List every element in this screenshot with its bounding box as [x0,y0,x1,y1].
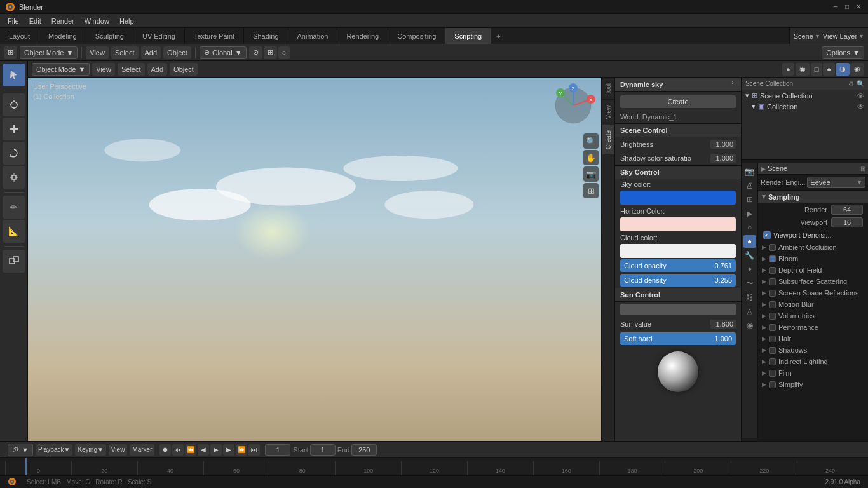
menu-edit[interactable]: Edit [24,16,46,26]
jump-start-btn[interactable]: ⏮ [172,444,184,456]
side-tab-tool[interactable]: Tool [602,78,614,100]
sun-color-swatch[interactable] [620,304,736,315]
cloud-opacity-slider[interactable]: Cloud opacity 0.761 [620,259,736,272]
snap-btn[interactable]: ⊞ [264,46,277,59]
keying-btn[interactable]: Keying ▼ [75,444,105,456]
vol-checkbox[interactable] [769,313,776,320]
annotate-btn[interactable]: ✏ [3,196,25,219]
timeline-type[interactable]: ⏱ ▼ [8,444,33,456]
workspace-add-button[interactable]: + [491,28,505,44]
record-btn[interactable]: ⏺ [159,444,171,456]
outliner-scene-collection[interactable]: ▾ ⊞ Scene Collection 👁 [742,90,868,101]
outliner-collection[interactable]: ▾ ▣ Collection 👁 [742,101,868,112]
properties-content[interactable]: ▶ Scene ⊞ Render Engi... Eevee ▼ [758,163,868,438]
object-menu-btn[interactable]: Object [163,46,191,59]
create-btn[interactable]: Create [620,95,736,108]
tab-layout[interactable]: Layout [0,28,39,44]
start-frame-input[interactable] [310,444,336,456]
view-menu-btn[interactable]: View [86,46,109,59]
motion-blur-item[interactable]: ▶ Motion Blur [758,299,868,310]
vp-add-btn[interactable]: Add [147,63,168,76]
step-forward-btn[interactable]: ⏩ [236,444,247,456]
select-menu-btn[interactable]: Select [111,46,139,59]
hair-checkbox[interactable] [769,336,776,342]
ao-checkbox[interactable] [769,244,776,251]
menu-window[interactable]: Window [79,16,114,26]
screen-space-reflections-item[interactable]: ▶ Screen Space Reflections [758,287,868,299]
scene-icon[interactable]: ▶ [743,207,756,220]
render-field-value[interactable]: 64 [831,205,863,215]
timeline-view-btn[interactable]: View [109,444,128,456]
tab-modeling[interactable]: Modeling [39,28,86,44]
side-tab-create[interactable]: Create [602,125,614,154]
render-icon[interactable]: 📷 [743,165,756,178]
depth-of-field-item[interactable]: ▶ Depth of Field [758,264,868,276]
timeline-playhead[interactable] [25,458,27,475]
viewport-icon-btn[interactable]: ⊞ [4,46,17,59]
tab-scripting[interactable]: Scripting [445,28,491,44]
particles-icon[interactable]: ✦ [743,263,756,276]
data-icon[interactable]: △ [743,305,756,318]
panel-menu-btn[interactable]: ⋮ [729,80,736,88]
world-icon[interactable]: ○ [743,221,756,234]
tab-sculpting[interactable]: Sculpting [86,28,133,44]
nav-gizmo[interactable]: X Y Z [548,80,599,131]
performance-item[interactable]: ▶ Performance [758,322,868,333]
sun-value[interactable]: 1.800 [710,320,736,329]
side-tab-view[interactable]: View [602,100,614,125]
add-object-btn[interactable] [3,250,25,273]
camera-btn[interactable]: 📷 [583,166,599,182]
mode-selector[interactable]: Object Mode ▼ [20,46,78,59]
shadow-sat-value[interactable]: 1.000 [710,154,736,163]
rendered-btn[interactable]: ◉ [850,63,864,76]
viewlayer-selector[interactable]: View Layer ▼ [823,32,864,40]
measure-btn[interactable]: 📐 [3,220,25,243]
sss-checkbox[interactable] [769,278,776,285]
indirect-lighting-item[interactable]: ▶ Indirect Lighting [758,356,868,367]
ambient-occlusion-item[interactable]: ▶ Ambient Occlusion [758,241,868,253]
object-mode-selector[interactable]: Object Mode ▼ [32,63,90,76]
tab-animation[interactable]: Animation [288,28,338,44]
menu-file[interactable]: File [3,16,24,26]
viewport-denoise-checkbox[interactable]: ✓ [763,231,771,239]
soft-hard-slider[interactable]: Soft hard 1.000 [620,332,736,345]
end-frame-input[interactable] [351,444,377,456]
shadows-checkbox[interactable] [769,347,776,354]
bloom-checkbox[interactable] [769,255,776,262]
volumetrics-item[interactable]: ▶ Volumetrics [758,310,868,322]
horizon-color-swatch[interactable] [620,217,736,231]
collection-eye[interactable]: 👁 [857,103,864,111]
rotate-tool-btn[interactable] [3,142,25,165]
subsurface-scattering-item[interactable]: ▶ Subsurface Scattering [758,276,868,287]
scene-collection-eye[interactable]: 👁 [857,92,864,100]
tab-uv-editing[interactable]: UV Editing [133,28,185,44]
viewport-overlay-toggle[interactable]: ◉ [796,63,810,76]
outliner-search-icon[interactable]: 🔍 [857,80,864,87]
tab-compositing[interactable]: Compositing [388,28,445,44]
object-icon[interactable]: ● [743,235,756,248]
move-tool-btn[interactable] [3,118,25,140]
playback-btn[interactable]: Playback ▼ [36,444,72,456]
prev-keyframe-btn[interactable]: ◀ [198,444,209,456]
material-btn[interactable]: ◑ [836,63,850,76]
mb-checkbox[interactable] [769,301,776,308]
film-checkbox[interactable] [769,370,776,377]
close-button[interactable]: ✕ [854,3,863,11]
current-frame-input[interactable] [265,444,290,456]
il-checkbox[interactable] [769,358,776,365]
menu-render[interactable]: Render [46,16,79,26]
shadows-item[interactable]: ▶ Shadows [758,344,868,356]
render-engine-select[interactable]: Eevee ▼ [807,177,865,188]
physics-icon[interactable]: 〜 [743,277,756,290]
jump-end-btn[interactable]: ⏭ [248,444,260,456]
view-layer-icon[interactable]: ⊞ [743,193,756,206]
modifier-icon[interactable]: 🔧 [743,249,756,262]
vp-view-btn[interactable]: View [92,63,115,76]
outliner-filter-icon[interactable]: ⚙ [848,80,854,87]
options-btn[interactable]: Options ▼ [822,46,864,59]
timeline-ruler[interactable]: 0 20 40 60 80 100 120 140 160 180 200 22… [0,458,868,475]
projection-btn[interactable]: ⊞ [583,183,599,198]
perf-checkbox[interactable] [769,324,776,331]
maximize-button[interactable]: □ [843,3,851,11]
wireframe-btn[interactable]: □ [811,63,823,76]
